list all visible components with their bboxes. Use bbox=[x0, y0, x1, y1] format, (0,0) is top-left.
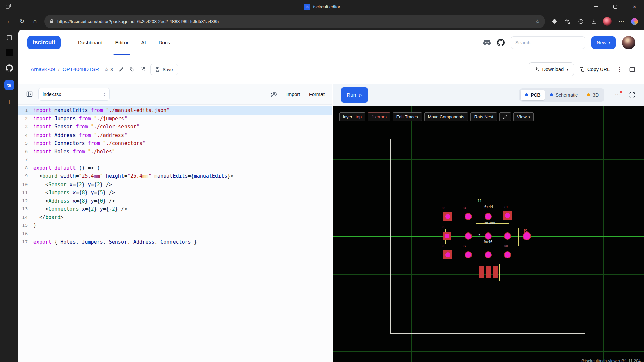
code-line[interactable]: 13 <Connectors x={2} y={-2} /> bbox=[18, 205, 332, 213]
fullscreen-icon[interactable] bbox=[629, 91, 636, 98]
smd-pad[interactable] bbox=[493, 266, 498, 278]
black-tab-thumbnail[interactable] bbox=[6, 49, 13, 56]
code-line[interactable]: 16 bbox=[18, 230, 332, 238]
plated-hole-pad[interactable] bbox=[465, 232, 472, 240]
nav-editor[interactable]: Editor bbox=[109, 30, 135, 55]
code-line[interactable]: 12 <Address x={8} y={0} /> bbox=[18, 197, 332, 205]
bookmark-star-icon[interactable]: ☆ bbox=[535, 18, 540, 25]
panel-toggle-icon[interactable] bbox=[629, 66, 635, 73]
refresh-button[interactable]: ↻ bbox=[16, 15, 28, 28]
copilot-icon[interactable] bbox=[631, 18, 638, 25]
tab-pcb[interactable]: PCB bbox=[521, 90, 545, 100]
silkscreen-label: P1 bbox=[524, 229, 528, 232]
tab-3d[interactable]: 3D bbox=[583, 90, 603, 100]
tab-schematic[interactable]: Schematic bbox=[546, 90, 582, 100]
search-input[interactable] bbox=[511, 36, 585, 49]
editor-split: index.tsx ▴▾ Import Format 1import manua… bbox=[18, 84, 644, 362]
breadcrumb-owner[interactable]: ArnavK-09 bbox=[31, 66, 55, 72]
browser-profile-avatar[interactable] bbox=[603, 17, 612, 26]
smd-pad[interactable] bbox=[486, 266, 491, 278]
eye-off-icon[interactable] bbox=[270, 91, 277, 98]
tscircuit-logo[interactable]: tscircuit bbox=[27, 36, 61, 49]
new-package-button[interactable]: New▾ bbox=[591, 36, 616, 49]
star-count-button[interactable]: ☆ 3 bbox=[104, 66, 113, 73]
more-options-icon[interactable]: ⋮ bbox=[615, 66, 623, 73]
code-line[interactable]: 14 </board> bbox=[18, 213, 332, 222]
tag-icon[interactable] bbox=[129, 67, 135, 72]
pcb-canvas[interactable]: J10x441BE4BU20x46R3R4C1R5R6R7R8P1 layer:… bbox=[333, 106, 644, 362]
view-menu-button[interactable]: View▾ bbox=[513, 112, 534, 121]
history-icon[interactable] bbox=[575, 15, 587, 28]
plated-hole-pad[interactable] bbox=[485, 251, 492, 258]
github-tab-icon[interactable] bbox=[6, 64, 13, 72]
code-line[interactable]: 7 bbox=[18, 156, 332, 164]
url-input[interactable] bbox=[57, 19, 532, 24]
workspaces-icon[interactable] bbox=[5, 3, 11, 9]
code-editor[interactable]: 1import manualEdits from "./manual-edits… bbox=[18, 105, 332, 362]
edit-traces-button[interactable]: Edit Traces bbox=[393, 112, 422, 121]
extensions-icon[interactable] bbox=[548, 15, 560, 28]
browser-menu-icon[interactable]: ⋯ bbox=[615, 15, 627, 28]
discord-icon[interactable] bbox=[483, 39, 491, 47]
plated-hole-pad[interactable] bbox=[465, 213, 472, 220]
user-avatar[interactable] bbox=[622, 36, 635, 49]
code-line[interactable]: 15) bbox=[18, 221, 332, 230]
edit-pencil-icon[interactable] bbox=[118, 67, 124, 72]
browser-window: ts tscircuit editor × ← ↻ ⌂ ☆ bbox=[0, 0, 644, 362]
address-bar[interactable]: ☆ bbox=[44, 15, 545, 28]
copy-url-button[interactable]: Copy URL bbox=[580, 67, 610, 72]
pcb-viewer-watermark: @tscircuit/pcb-viewer@1.11.204 bbox=[581, 359, 641, 362]
new-tab-icon[interactable]: + bbox=[7, 98, 11, 106]
download-button[interactable]: Download ▾ bbox=[529, 62, 574, 76]
plated-hole-pad[interactable] bbox=[504, 251, 511, 258]
plated-hole-pad[interactable] bbox=[523, 232, 531, 240]
run-button[interactable]: Run▷ bbox=[341, 87, 368, 103]
file-selector[interactable]: index.tsx ▴▾ bbox=[38, 88, 110, 101]
back-button[interactable]: ← bbox=[3, 15, 15, 28]
code-line[interactable]: 11 <Jumpers x={8} y={5} /> bbox=[18, 189, 332, 197]
plated-hole-pad[interactable] bbox=[465, 251, 472, 258]
runframe-more-button[interactable]: ⋯ bbox=[611, 88, 625, 102]
code-line[interactable]: 6import Holes from "./holes" bbox=[18, 148, 332, 156]
smd-pad[interactable] bbox=[479, 266, 484, 278]
code-line[interactable]: 8export default () => ( bbox=[18, 164, 332, 172]
code-line[interactable]: 1import manualEdits from "./manual-edits… bbox=[18, 106, 332, 115]
open-external-icon[interactable] bbox=[140, 67, 145, 72]
format-button[interactable]: Format bbox=[309, 92, 325, 97]
collections-icon[interactable] bbox=[561, 15, 574, 28]
pencil-tool-button[interactable] bbox=[499, 112, 511, 121]
nav-dashboard[interactable]: Dashboard bbox=[71, 30, 109, 55]
github-icon[interactable] bbox=[497, 39, 505, 46]
downloads-icon[interactable] bbox=[588, 15, 600, 28]
plated-hole-pad[interactable] bbox=[504, 232, 511, 240]
maximize-button[interactable] bbox=[606, 0, 625, 13]
nav-ai[interactable]: AI bbox=[135, 30, 152, 55]
plated-hole-pad[interactable] bbox=[485, 213, 492, 220]
code-line[interactable]: 5import Connectors from "./connectors" bbox=[18, 139, 332, 148]
home-button[interactable]: ⌂ bbox=[29, 15, 41, 28]
errors-chip[interactable]: 1 errors bbox=[368, 112, 390, 121]
code-line[interactable]: 4import Address from "./address" bbox=[18, 131, 332, 140]
code-line[interactable]: 10 <Sensor x={2} y={2} /> bbox=[18, 180, 332, 189]
toggle-sidebar-icon[interactable] bbox=[26, 91, 33, 98]
code-line[interactable]: 2import Jumpers from "./jumpers" bbox=[18, 115, 332, 123]
breadcrumb-package[interactable]: OPT4048DTSR bbox=[62, 66, 99, 72]
plated-hole-pad[interactable] bbox=[485, 232, 492, 240]
nav-docs[interactable]: Docs bbox=[152, 30, 177, 55]
save-button[interactable]: Save bbox=[150, 64, 178, 75]
move-components-button[interactable]: Move Components bbox=[424, 112, 468, 121]
import-button[interactable]: Import bbox=[286, 92, 300, 97]
close-button[interactable]: × bbox=[625, 0, 644, 13]
code-line[interactable]: 17export { Holes, Jumpers, Sensor, Addre… bbox=[18, 238, 332, 246]
tscircuit-tab-icon[interactable]: ts bbox=[4, 80, 14, 90]
tab-title: tscircuit editor bbox=[313, 4, 340, 9]
code-pane: index.tsx ▴▾ Import Format 1import manua… bbox=[18, 84, 332, 362]
rats-nest-button[interactable]: Rats Nest bbox=[470, 112, 497, 121]
minimize-button[interactable] bbox=[587, 0, 606, 13]
new-tab-page-icon[interactable] bbox=[6, 34, 13, 41]
grid-axis-vertical bbox=[642, 106, 642, 362]
code-line[interactable]: 3import Sensor from "./color-sensor" bbox=[18, 123, 332, 131]
layer-indicator[interactable]: layer:top bbox=[339, 112, 365, 121]
code-line[interactable]: 9 <board width="25.4mm" height="25.4mm" … bbox=[18, 172, 332, 180]
browser-tab[interactable]: ts tscircuit editor bbox=[304, 0, 340, 13]
